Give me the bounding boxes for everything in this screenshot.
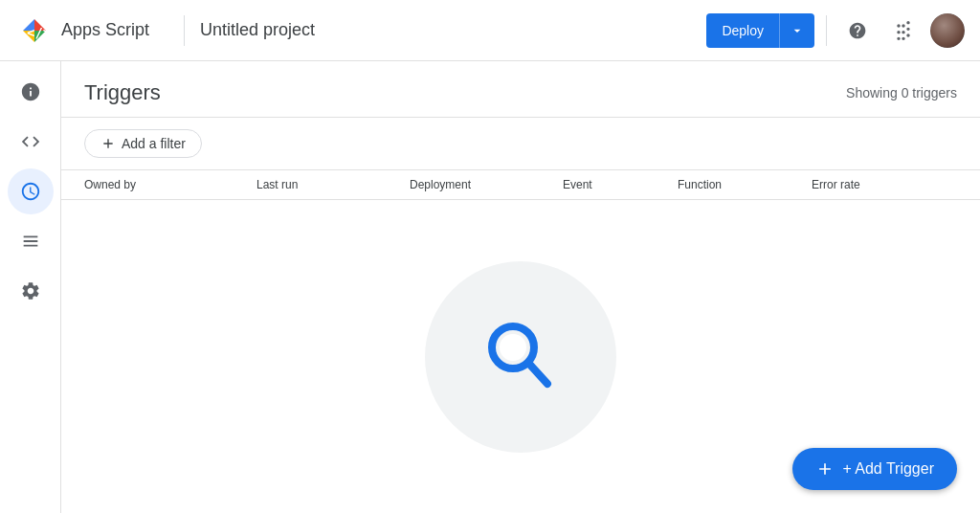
add-trigger-label: + Add Trigger: [842, 460, 934, 478]
col-header-deployment: Deployment: [410, 178, 563, 191]
add-trigger-plus-icon: [815, 459, 835, 479]
add-filter-button[interactable]: Add a filter: [84, 129, 202, 158]
svg-point-8: [500, 334, 526, 361]
project-name-label: Untitled project: [200, 20, 706, 40]
settings-gear-icon: [20, 280, 41, 301]
main-content: Triggers Showing 0 triggers Add a filter…: [61, 61, 980, 513]
table-header: Owned by Last run Deployment Event Funct…: [61, 170, 980, 200]
svg-line-7: [528, 363, 547, 384]
apps-grid-button[interactable]: [884, 11, 923, 50]
empty-state-icon-bg: [425, 261, 616, 453]
header-actions: Deploy: [706, 11, 965, 50]
main-layout: Triggers Showing 0 triggers Add a filter…: [0, 61, 980, 513]
sidebar: [0, 61, 61, 513]
sidebar-item-executions[interactable]: [8, 218, 54, 264]
plus-icon: [100, 136, 116, 151]
sidebar-item-triggers[interactable]: [8, 168, 54, 214]
no-results-search-icon: [473, 309, 568, 405]
sidebar-item-settings[interactable]: [8, 268, 54, 314]
apps-script-logo: </>: [15, 11, 54, 50]
user-avatar[interactable]: [930, 13, 965, 48]
empty-state: + Add Trigger: [61, 200, 980, 513]
col-header-owned-by: Owned by: [84, 178, 256, 191]
svg-text:</>: </>: [27, 25, 51, 40]
col-header-event: Event: [563, 178, 678, 191]
editor-icon: [20, 131, 41, 152]
help-button[interactable]: [838, 11, 877, 50]
avatar-image: [930, 13, 965, 48]
header: </> Apps Script Untitled project Deploy: [0, 0, 980, 61]
sidebar-item-editor[interactable]: [8, 119, 54, 165]
apps-grid-icon: [894, 21, 913, 40]
filter-bar: Add a filter: [61, 118, 980, 170]
deploy-button-label: Deploy: [706, 15, 779, 46]
overview-icon: [20, 81, 41, 102]
deploy-dropdown-arrow[interactable]: [780, 15, 814, 46]
deploy-button[interactable]: Deploy: [706, 13, 814, 48]
col-header-function: Function: [678, 178, 812, 191]
col-header-error-rate: Error rate: [812, 178, 926, 191]
app-logo: </> Apps Script: [15, 11, 149, 50]
triggers-count-label: Showing 0 triggers: [846, 85, 957, 100]
triggers-page-header: Triggers Showing 0 triggers: [61, 61, 980, 118]
triggers-clock-icon: [20, 181, 41, 202]
header-separator: [826, 15, 827, 46]
app-name-label: Apps Script: [61, 20, 149, 40]
executions-icon: [20, 231, 41, 252]
sidebar-item-overview[interactable]: [8, 69, 54, 115]
add-trigger-button[interactable]: + Add Trigger: [792, 448, 957, 490]
help-icon: [848, 21, 867, 40]
page-title: Triggers: [84, 80, 161, 105]
add-filter-label: Add a filter: [122, 136, 186, 151]
col-header-last-run: Last run: [256, 178, 410, 191]
header-vertical-divider: [184, 15, 185, 46]
